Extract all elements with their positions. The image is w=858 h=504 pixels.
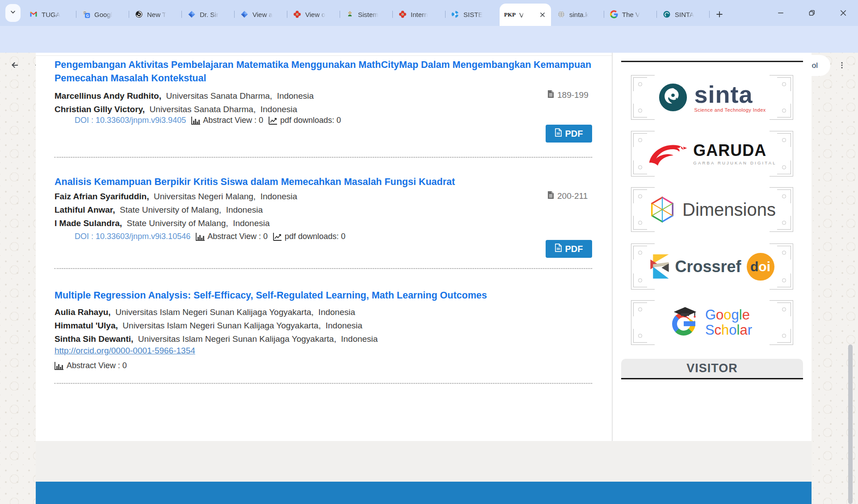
tab-label: Intern: [411, 11, 428, 18]
scholar-wordmark-line2: Scholar: [705, 323, 752, 338]
tab-separator: [392, 11, 393, 18]
tab-strip: TUGA G Googl New T Dr. Sir View a View o…: [0, 0, 858, 26]
minimize-button[interactable]: [774, 6, 787, 20]
sinta-tree-icon: [658, 83, 688, 112]
pdf-button[interactable]: PDF: [546, 125, 592, 143]
bar-chart-icon: [55, 362, 63, 370]
tab-label: The V: [622, 11, 640, 18]
sidebar-logo-google-scholar[interactable]: Google Scholar: [631, 300, 793, 345]
author-affiliation: Universitas Islam Negeri Sunan Kalijaga …: [118, 321, 362, 330]
author-line: Lathiful Anwar, State University of Mala…: [55, 203, 297, 217]
visitor-section-header: VISITOR: [621, 359, 803, 379]
back-button[interactable]: [7, 57, 23, 73]
close-tab-icon[interactable]: [538, 11, 547, 19]
google-g-icon: [610, 10, 618, 18]
sidebar-logo-sinta[interactable]: sinta Science and Technology Index: [631, 75, 793, 120]
frame-ornament: [631, 152, 655, 176]
visitor-label: VISITOR: [686, 361, 738, 375]
sidebar-logo-garuda[interactable]: GARUDA GARBA RUJUKAN DIGITAL: [631, 131, 793, 176]
tab-label: SISTE: [463, 11, 483, 18]
frame-ornament: [631, 96, 655, 120]
tab-sister[interactable]: SISTE: [447, 5, 497, 23]
orcid-link[interactable]: http://orcid.org/0000-0001-5966-1354: [55, 346, 195, 356]
author-name: Faiz Afrian Syarifuddin,: [55, 192, 149, 201]
document-icon: [547, 191, 554, 202]
content-top-divider: [36, 55, 612, 56]
tab-search-button[interactable]: [5, 4, 21, 22]
bar-chart-icon: [196, 233, 205, 241]
author-line: Christian Gilly Victory, Universitas San…: [55, 103, 314, 116]
pdf-button[interactable]: PDF: [546, 240, 592, 258]
sinta-logo: sinta Science and Technology Index: [658, 82, 765, 113]
sidebar-logo-dimensions[interactable]: Dimensions: [631, 187, 793, 232]
tab-dr-sinta[interactable]: Dr. Sir: [183, 5, 233, 23]
scrollbar-thumb[interactable]: [848, 344, 853, 504]
tab-sinta-k[interactable]: sinta.k: [553, 5, 603, 23]
main-sidebar-divider: [612, 53, 613, 441]
google-scholar-logo: Google Scholar: [672, 307, 752, 338]
scholar-g-icon: [672, 310, 698, 336]
author-affiliation: Universitas Sanata Dharma, Indonesia: [161, 91, 314, 101]
red-flower-icon: [399, 10, 407, 18]
close-window-button[interactable]: [837, 6, 850, 20]
green-plant-icon: [346, 10, 354, 18]
author-name: Lathiful Anwar,: [55, 205, 115, 214]
frame-ornament: [631, 244, 655, 268]
tab-the-v[interactable]: The V: [606, 5, 656, 23]
pages-badge: 189-199: [547, 90, 592, 101]
tab-tugas[interactable]: TUGA: [25, 5, 75, 23]
red-flower-icon: [293, 10, 301, 18]
tab-separator: [709, 11, 710, 18]
menu-dots-icon[interactable]: [833, 56, 851, 74]
tab-google-translate[interactable]: G Googl: [78, 5, 128, 23]
sinta-favicon: [663, 10, 671, 18]
tab-separator: [181, 11, 182, 18]
pdf-file-icon: [555, 244, 562, 254]
doi-link[interactable]: DOI : 10.33603/jnpm.v9i3.9405: [75, 116, 186, 125]
pages-text: 200-211: [557, 191, 588, 201]
tab-separator: [287, 11, 287, 18]
tab-view-a[interactable]: View a: [236, 5, 286, 23]
author-name: I Made Sulandra,: [55, 218, 122, 228]
author-name: Marcellinus Andy Rudhito,: [55, 91, 161, 101]
tab-sinta[interactable]: SINTA: [658, 5, 708, 23]
garuda-logo: GARUDA GARBA RUJUKAN DIGITAL: [648, 140, 776, 167]
blue-swirl-icon: [451, 10, 459, 18]
article-title-link[interactable]: Pengembangan Aktivitas Pembelajaran Mate…: [55, 58, 597, 85]
tab-label: SINTA: [675, 11, 694, 18]
article-title-link[interactable]: Analisis Kemampuan Berpikir Kritis Siswa…: [55, 175, 597, 189]
dimensions-wordmark: Dimensions: [682, 200, 776, 220]
line-chart-icon: [269, 117, 278, 125]
scholar-wordmark-line1: Google: [705, 307, 752, 323]
chevron-down-icon: [9, 8, 17, 17]
tab-intern[interactable]: Intern: [394, 5, 444, 23]
author-name: Aulia Rahayu,: [55, 307, 111, 317]
author-affiliation: State University of Malang, Indonesia: [122, 218, 270, 228]
sinta-tagline: Science and Technology Index: [694, 108, 765, 113]
tab-view-o[interactable]: View o: [289, 5, 339, 23]
crossref-wordmark: Crossref: [675, 257, 741, 276]
doi-row: DOI : 10.33603/jnpm.v9i3.9405 Abstract V…: [75, 116, 341, 125]
abstract-view-count: Abstract View : 0: [67, 361, 127, 370]
tab-new-tab[interactable]: New T: [130, 5, 181, 23]
pdf-button-label: PDF: [565, 129, 583, 139]
new-tab-button[interactable]: [713, 8, 726, 21]
tab-label: Dr. Sir: [200, 11, 219, 18]
frame-ornament: [631, 265, 655, 290]
author-line: Himmatul 'Ulya, Universitas Islam Negeri…: [55, 319, 378, 332]
sidebar-logo-crossref[interactable]: Crossref doi: [631, 244, 793, 290]
page-footer: [36, 441, 812, 482]
line-chart-icon: [273, 233, 282, 241]
author-affiliation: Universitas Sanata Dharma, Indonesia: [145, 105, 297, 114]
tab-active-pkp[interactable]: PKP V: [500, 4, 551, 26]
browser-toolbar: jurnal.ugj.ac.id/index.php/JNPM/issue/vi…: [0, 26, 858, 53]
tab-sistem[interactable]: Sistem: [341, 5, 391, 23]
frame-ornament: [769, 96, 793, 120]
article-authors: Marcellinus Andy Rudhito, Universitas Sa…: [55, 89, 314, 116]
tab-separator: [340, 11, 340, 18]
frame-ornament: [769, 244, 793, 268]
doi-link[interactable]: DOI : 10.33603/jnpm.v9i3.10546: [75, 232, 190, 241]
author-affiliation: Universitas Islam Negeri Sunan Kalijaga …: [111, 307, 355, 317]
article-title-link[interactable]: Multiple Regression Analysis: Self-Effic…: [55, 289, 597, 302]
restore-button[interactable]: [805, 6, 819, 20]
